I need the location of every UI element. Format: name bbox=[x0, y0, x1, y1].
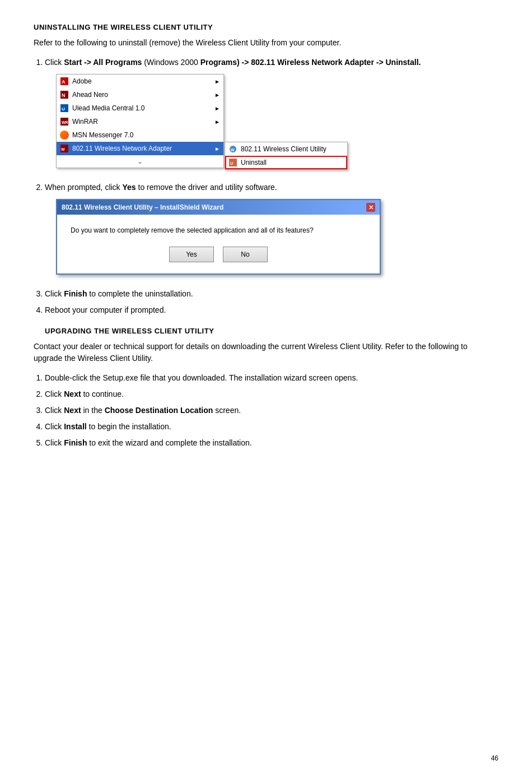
client-utility-icon: W bbox=[228, 145, 237, 154]
dialog-no-button[interactable]: No bbox=[223, 247, 268, 262]
uninstall-step-1: Click Start -> All Programs (Windows 200… bbox=[45, 57, 498, 177]
svg-text:WR: WR bbox=[62, 120, 68, 124]
svg-text:N: N bbox=[62, 92, 66, 98]
svg-text:W: W bbox=[231, 148, 235, 152]
svg-text:U: U bbox=[62, 106, 65, 112]
uninstall-label: Uninstall bbox=[241, 157, 267, 168]
menu-item-winrar[interactable]: WR WinRAR ► bbox=[57, 115, 223, 128]
upgrade-step-1: Double-click the Setup.exe file that you… bbox=[45, 372, 498, 384]
menu-item-ulead[interactable]: U Ulead Media Central 1.0 ► bbox=[57, 101, 223, 115]
wireless-submenu: W 802.11 Wireless Client Utility U bbox=[225, 142, 348, 170]
uninstalling-heading: Uninstalling the Wireless Client Utility bbox=[34, 22, 498, 31]
menu-item-ahead-nero[interactable]: N Ahead Nero ► bbox=[57, 88, 223, 101]
installshield-dialog: 802.11 Wireless Client Utility – Install… bbox=[56, 199, 381, 275]
step3-finish: Finish bbox=[64, 289, 87, 298]
dialog-message: Do you want to completely remove the sel… bbox=[71, 226, 366, 235]
upgrade-step3-location: Choose Destination Location bbox=[105, 406, 213, 415]
upgrade-step4-text: Click Install to begin the installation. bbox=[45, 422, 171, 431]
upgrade-step4-install: Install bbox=[64, 422, 86, 431]
svg-text:W: W bbox=[61, 147, 65, 151]
winrar-icon: WR bbox=[60, 117, 69, 126]
submenu-client-utility[interactable]: W 802.11 Wireless Client Utility bbox=[225, 142, 347, 156]
start-menu-screenshot: A Adobe ► N Ahead Nero ► bbox=[56, 74, 224, 168]
step1-text: Click Start -> All Programs (Windows 200… bbox=[45, 58, 421, 67]
submenu-uninstall[interactable]: U Uninstall bbox=[225, 156, 347, 169]
wireless-adapter-arrow: ► bbox=[214, 145, 220, 153]
ahead-nero-icon: N bbox=[60, 90, 69, 99]
upgrade-step5-finish: Finish bbox=[64, 438, 87, 447]
ulead-icon: U bbox=[60, 104, 69, 113]
upgrade-step5-text: Click Finish to exit the wizard and comp… bbox=[45, 438, 252, 447]
upgrade-step-3: Click Next in the Choose Destination Loc… bbox=[45, 405, 498, 416]
dialog-close-button[interactable]: ✕ bbox=[366, 203, 375, 212]
uninstall-icon: U bbox=[228, 158, 237, 167]
winrar-arrow: ► bbox=[214, 118, 220, 126]
dialog-titlebar: 802.11 Wireless Client Utility – Install… bbox=[57, 200, 380, 215]
adobe-label: Adobe bbox=[72, 76, 92, 86]
upgrade-step1-text: Double-click the Setup.exe file that you… bbox=[45, 373, 358, 382]
menu-item-wireless-adapter[interactable]: W 802.11 Wireless Network Adapter ► bbox=[57, 142, 223, 155]
svg-text:A: A bbox=[62, 79, 66, 85]
adobe-arrow: ► bbox=[214, 77, 220, 86]
dialog-buttons-row: Yes No bbox=[71, 247, 366, 262]
upgrade-step3-next: Next bbox=[64, 406, 81, 415]
step3-text: Click Finish to complete the uninstallat… bbox=[45, 289, 193, 298]
upgrade-step-4: Click Install to begin the installation. bbox=[45, 421, 498, 433]
winrar-label: WinRAR bbox=[72, 117, 98, 127]
msn-label: MSN Messenger 7.0 bbox=[72, 130, 133, 140]
menu-item-msn[interactable]: MSN Messenger 7.0 bbox=[57, 128, 223, 142]
adobe-icon: A bbox=[60, 77, 69, 86]
start-menu: A Adobe ► N Ahead Nero ► bbox=[56, 74, 224, 168]
wireless-adapter-label: 802.11 Wireless Network Adapter bbox=[72, 143, 172, 154]
step1-bold2: Programs) -> 802.11 Wireless Network Ada… bbox=[200, 58, 421, 67]
upgrade-step2-text: Click Next to continue. bbox=[45, 390, 124, 398]
ulead-arrow: ► bbox=[214, 104, 220, 113]
step2-text: When prompted, click Yes to remove the d… bbox=[45, 183, 277, 192]
upgrading-steps-list: Double-click the Setup.exe file that you… bbox=[45, 372, 498, 449]
uninstall-step-3: Click Finish to complete the uninstallat… bbox=[45, 288, 498, 300]
upgrade-step-5: Click Finish to exit the wizard and comp… bbox=[45, 437, 498, 449]
wireless-adapter-icon: W bbox=[60, 144, 69, 153]
step4-text: Reboot your computer if prompted. bbox=[45, 305, 166, 314]
dialog-body: Do you want to completely remove the sel… bbox=[57, 215, 380, 273]
client-utility-label: 802.11 Wireless Client Utility bbox=[241, 144, 326, 154]
msn-icon bbox=[60, 131, 69, 140]
dialog-title: 802.11 Wireless Client Utility – Install… bbox=[62, 202, 223, 212]
upgrade-step3-text: Click Next in the Choose Destination Loc… bbox=[45, 406, 241, 415]
svg-text:U: U bbox=[230, 161, 233, 165]
dialog-yes-button[interactable]: Yes bbox=[169, 247, 214, 262]
ahead-nero-label: Ahead Nero bbox=[72, 90, 108, 100]
step2-yes: Yes bbox=[123, 183, 136, 192]
uninstall-step-2: When prompted, click Yes to remove the d… bbox=[45, 182, 498, 284]
step1-bold1: Start -> All Programs bbox=[64, 58, 142, 67]
page-number: 46 bbox=[491, 754, 498, 762]
installshield-dialog-screenshot: 802.11 Wireless Client Utility – Install… bbox=[56, 199, 381, 275]
upgrade-step-2: Click Next to continue. bbox=[45, 388, 498, 400]
ahead-nero-arrow: ► bbox=[214, 91, 220, 99]
upgrading-heading: Upgrading the Wireless Client Utility bbox=[45, 326, 498, 335]
uninstall-intro: Refer to the following to uninstall (rem… bbox=[34, 37, 498, 49]
more-items-arrow: ⌄ bbox=[57, 155, 223, 168]
upgrading-section: Upgrading the Wireless Client Utility Co… bbox=[34, 326, 498, 449]
ulead-label: Ulead Media Central 1.0 bbox=[72, 103, 144, 113]
upgrade-step2-next: Next bbox=[64, 390, 81, 398]
upgrading-intro: Contact your dealer or technical support… bbox=[34, 341, 498, 364]
menu-item-adobe[interactable]: A Adobe ► bbox=[57, 75, 223, 88]
uninstall-step-4: Reboot your computer if prompted. bbox=[45, 304, 498, 316]
uninstall-steps-list: Click Start -> All Programs (Windows 200… bbox=[45, 57, 498, 316]
